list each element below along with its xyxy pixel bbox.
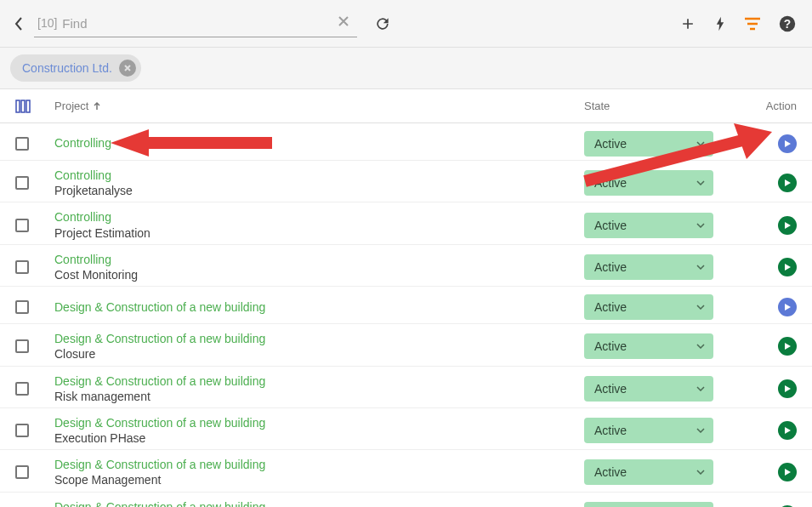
play-icon	[783, 179, 792, 187]
state-dropdown[interactable]: Active	[584, 170, 713, 196]
refresh-button[interactable]	[369, 10, 396, 37]
project-parent-label: Controlling	[54, 209, 584, 225]
play-button[interactable]	[778, 463, 797, 481]
state-label: Active	[594, 382, 627, 396]
row-checkbox[interactable]	[15, 424, 29, 437]
project-parent-label: Design & Construction of a new building	[54, 457, 584, 472]
state-label: Active	[594, 137, 627, 151]
project-child-label: Scope Management	[54, 472, 584, 487]
search-field-wrapper: [10]	[34, 10, 357, 37]
project-child-label: Cost Monitoring	[54, 267, 584, 282]
active-filters-bar: Construction Ltd.	[0, 48, 812, 89]
search-input[interactable]	[62, 16, 333, 31]
play-icon	[783, 140, 792, 148]
row-checkbox[interactable]	[15, 260, 29, 274]
clear-search-icon[interactable]	[333, 14, 354, 32]
table-row: ControllingCost MonitoringActive	[0, 245, 812, 287]
play-icon	[783, 263, 792, 271]
project-cell[interactable]: ControllingProject Estimation	[39, 209, 584, 240]
state-dropdown[interactable]: Active	[584, 131, 713, 157]
chevron-down-icon	[696, 141, 705, 146]
project-cell[interactable]: Design & Construction of a new buildingE…	[39, 415, 584, 446]
row-checkbox[interactable]	[15, 176, 29, 190]
project-parent-label: Controlling	[54, 135, 584, 151]
project-parent-label: Design & Construction of a new building	[54, 299, 584, 315]
state-dropdown[interactable]: Active	[584, 213, 713, 238]
back-button[interactable]	[10, 13, 27, 35]
row-checkbox[interactable]	[15, 382, 29, 396]
state-dropdown[interactable]: Active	[584, 502, 713, 507]
project-cell[interactable]: ControllingProjketanalyse	[39, 168, 584, 198]
action-column-header: Action	[746, 100, 797, 112]
project-cell[interactable]: Controlling	[39, 135, 584, 151]
table-row: ControllingProjketanalyseActive	[0, 161, 812, 202]
play-icon	[783, 342, 792, 350]
svg-text:?: ?	[784, 17, 791, 30]
play-running-button[interactable]	[778, 134, 797, 153]
svg-rect-2	[16, 100, 20, 112]
chevron-down-icon	[696, 344, 705, 349]
table-row: Design & Construction of a new buildingP…	[0, 493, 812, 507]
row-checkbox[interactable]	[15, 219, 29, 232]
project-column-header[interactable]: Project	[39, 100, 584, 112]
table-row: ControllingProject EstimationActive	[0, 202, 812, 244]
state-dropdown[interactable]: Active	[584, 376, 713, 402]
state-dropdown[interactable]: Active	[584, 459, 713, 485]
play-button[interactable]	[778, 337, 797, 356]
columns-settings-icon[interactable]	[15, 100, 39, 113]
help-icon[interactable]: ?	[778, 14, 797, 33]
play-icon	[783, 468, 792, 476]
play-button[interactable]	[778, 174, 797, 192]
project-parent-label: Controlling	[54, 252, 584, 267]
play-icon	[783, 426, 792, 435]
svg-rect-3	[21, 100, 25, 112]
project-cell[interactable]: ControllingCost Monitoring	[39, 252, 584, 282]
add-button[interactable]	[679, 15, 696, 32]
chevron-down-icon	[696, 223, 705, 228]
row-checkbox[interactable]	[15, 137, 29, 151]
svg-rect-4	[26, 100, 30, 112]
bolt-icon[interactable]	[713, 15, 727, 32]
play-button[interactable]	[778, 258, 797, 276]
project-child-label: Project Estimation	[54, 225, 584, 241]
project-header-label: Project	[54, 100, 88, 112]
filter-icon[interactable]	[744, 17, 761, 31]
project-parent-label: Design & Construction of a new building	[54, 373, 584, 389]
project-cell[interactable]: Design & Construction of a new buildingR…	[39, 373, 584, 404]
chevron-down-icon	[696, 305, 705, 310]
state-dropdown[interactable]: Active	[584, 418, 713, 443]
table-row: Design & Construction of a new buildingA…	[0, 287, 812, 324]
project-cell[interactable]: Design & Construction of a new building	[39, 299, 584, 315]
row-checkbox[interactable]	[15, 339, 29, 353]
table-body: ControllingActiveControllingProjketanaly…	[0, 123, 812, 507]
state-label: Active	[594, 260, 627, 274]
project-child-label: Closure	[54, 346, 584, 362]
state-label: Active	[594, 339, 627, 353]
project-child-label: Execution PHase	[54, 430, 584, 446]
row-checkbox[interactable]	[15, 465, 29, 479]
project-child-label: Risk management	[54, 389, 584, 404]
chip-close-icon[interactable]	[119, 60, 136, 77]
play-running-button[interactable]	[778, 298, 797, 316]
project-child-label: Projketanalyse	[54, 183, 584, 198]
chevron-down-icon	[696, 470, 705, 475]
row-checkbox[interactable]	[15, 300, 29, 314]
project-cell[interactable]: Design & Construction of a new buildingS…	[39, 457, 584, 487]
state-dropdown[interactable]: Active	[584, 254, 713, 280]
project-cell[interactable]: Design & Construction of a new buildingC…	[39, 331, 584, 362]
toolbar: [10] ?	[0, 0, 812, 48]
play-button[interactable]	[778, 216, 797, 235]
search-count-prefix: [10]	[37, 16, 57, 30]
chip-label: Construction Ltd.	[22, 61, 112, 75]
play-button[interactable]	[778, 379, 797, 398]
filter-chip[interactable]: Construction Ltd.	[10, 54, 141, 82]
state-dropdown[interactable]: Active	[584, 294, 713, 320]
toolbar-right: ?	[679, 14, 802, 33]
project-cell[interactable]: Design & Construction of a new buildingP…	[39, 499, 584, 507]
state-dropdown[interactable]: Active	[584, 333, 713, 359]
play-button[interactable]	[778, 421, 797, 440]
state-label: Active	[594, 465, 627, 479]
table-row: ControllingActive	[0, 123, 812, 161]
table-row: Design & Construction of a new buildingE…	[0, 408, 812, 450]
state-column-header[interactable]: State	[584, 100, 746, 112]
